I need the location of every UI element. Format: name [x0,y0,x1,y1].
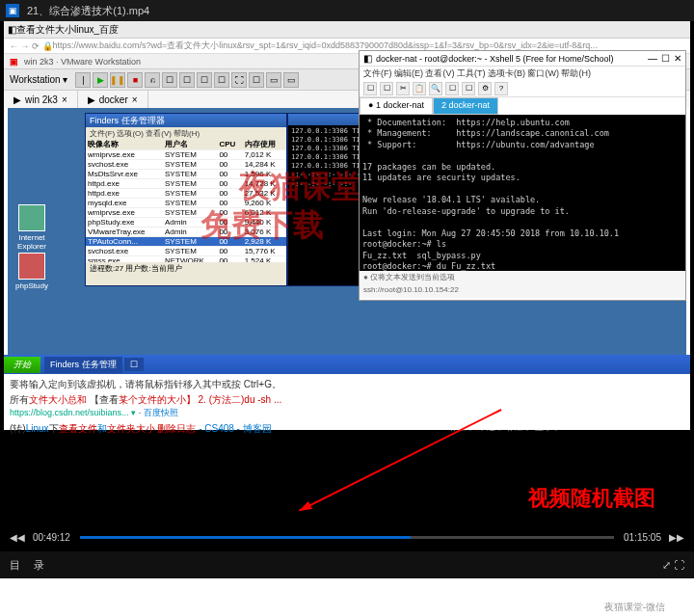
tab-docker[interactable]: ▶ docker × [78,91,148,108]
tb-btn[interactable]: ☐ [363,82,377,95]
vm-play-button[interactable]: ▶ [93,72,108,88]
process-table: 映像名称用户名CPU内存使用wmiprvse.exeSYSTEM007,012 … [86,139,286,262]
guest-taskbar[interactable]: 开始 Finders 任务管理 ☐ [4,355,690,374]
xshell-title: docker-nat - root@docker:~ - Xshell 5 (F… [376,54,644,64]
time-total: 01:15:05 [624,532,661,543]
vmware-logo-icon: ▣ [10,57,18,67]
tb-btn[interactable]: 📋 [413,82,426,95]
progress-bar[interactable] [80,536,614,539]
desktop-icon-ie[interactable]: Internet Explorer [13,204,50,251]
taskbar-item[interactable]: Finders 任务管理 [44,357,122,373]
start-button[interactable]: 开始 [4,357,40,373]
taskmgr-list[interactable]: 映像名称用户名CPU内存使用wmiprvse.exeSYSTEM007,012 … [86,139,286,262]
page-bottom-text: 要将输入定向到该虚拟机，请将鼠标指针移入其中或按 Ctrl+G。 所有文件大小总… [4,374,690,430]
vm-label: win 2k3 · [24,57,59,67]
search-result-link[interactable]: (转)Linux下查看文件和文件夹大小 删除日志 - CS408 - 博客园 [10,422,684,436]
tb-btn[interactable]: ✂ [396,82,410,95]
taskmgr-menu[interactable]: 文件(F) 选项(O) 查看(V) 帮助(H) [86,127,286,139]
result-url[interactable]: https://blog.csdn.net/suibians... ▾ - 百度… [10,407,684,419]
vm-btn[interactable]: ☐ [249,72,264,88]
catalog-button[interactable]: 录 [34,558,44,573]
vm-pause-button[interactable]: ❚❚ [110,72,125,88]
tb-btn[interactable]: 🔍 [429,82,442,95]
player-titlebar: ▣ 21、综合渗透技术(1).mp4 [0,0,694,21]
player-bottom-bar: 目 录 ⤢ ⛶ [0,551,694,578]
progress-fill [80,536,412,539]
vm-btn[interactable]: ▭ [266,72,281,88]
vm-stop-button[interactable]: ■ [127,72,143,88]
next-button[interactable]: ▶▶ [669,532,684,543]
xshell-tab-1[interactable]: ● 1 docker-nat [360,97,433,115]
vm-product: VMware Workstation [61,57,141,67]
vm-btn[interactable]: ☐ [197,72,212,88]
time-current: 00:49:12 [33,532,70,543]
search-snippet: 所有文件大小总和 【查看某个文件的大小】 2. (方法二)du -sh ... [10,393,684,407]
tab-label: docker [99,94,128,105]
taskmgr-status: 进程数:27 用户数:当前用户 [86,262,286,274]
taskmgr-title: Finders 任务管理器 [86,114,286,127]
icon-label: Internet Explorer [17,233,46,251]
desktop-icon-phpstudy[interactable]: phpStudy [13,253,50,290]
catalog-button[interactable]: 目 [10,558,20,573]
tab-win2k3[interactable]: ▶ win 2k3 × [4,91,78,108]
vm-btn[interactable]: ⛶ [231,72,247,88]
vm-btn[interactable]: ☐ [162,72,177,88]
tb-btn[interactable]: ☐ [445,82,459,95]
workstation-menu[interactable]: Workstation ▾ [10,74,67,85]
vm-sep: | [75,72,91,88]
xshell-terminal[interactable]: * Documentation: https://help.ubuntu.com… [360,115,685,271]
vm-btn[interactable]: ⎌ [145,72,160,88]
vm-hint: 要将输入定向到该虚拟机，请将鼠标指针移入其中或按 Ctrl+G。 [10,378,684,391]
vm-btn[interactable]: ▭ [283,72,299,88]
ie-icon [18,204,45,231]
close-icon[interactable]: ✕ [674,53,681,64]
xshell-tabs: ● 1 docker-nat 2 docker-nat [360,97,685,115]
player-app-icon: ▣ [6,4,19,17]
video-player: ▣ 21、综合渗透技术(1).mp4 ◧ 查看文件大小linux_百度 ← → … [0,0,694,578]
xshell-hint: 仅将文本发送到当前选项 [370,273,455,281]
vm-btn[interactable]: ☐ [179,72,195,88]
player-controls: ◀◀ 00:49:12 01:15:05 ▶▶ [0,524,694,549]
xshell-status: ssh://root@10.10.10.154:22 [360,284,685,298]
xshell-footer: ● 仅将文本发送到当前选项 [360,271,685,284]
vm-btn[interactable]: ☐ [214,72,229,88]
player-icons[interactable]: ⤢ ⛶ [662,559,684,572]
task-manager-window[interactable]: Finders 任务管理器 文件(F) 选项(O) 查看(V) 帮助(H) 映像… [85,113,287,286]
browser-tab-label: 查看文件大小linux_百度 [16,23,119,37]
xshell-tab-2[interactable]: 2 docker-nat [433,97,498,115]
xshell-menu[interactable]: 文件(F) 编辑(E) 查看(V) 工具(T) 选项卡(B) 窗口(W) 帮助(… [360,67,685,80]
taskbar-item[interactable]: ☐ [124,358,144,371]
annotation-caption: 视频随机截图 [528,484,655,513]
max-icon[interactable]: ☐ [661,53,670,64]
tb-btn[interactable]: ☐ [462,82,475,95]
xshell-window[interactable]: ◧ docker-nat - root@docker:~ - Xshell 5 … [359,50,686,301]
tb-btn[interactable]: ☐ [380,82,393,95]
player-title: 21、综合渗透技术(1).mp4 [27,4,149,18]
phpstudy-icon [18,253,45,280]
icon-label: phpStudy [15,281,48,290]
tab-label: win 2k3 [25,94,58,105]
xshell-titlebar: ◧ docker-nat - root@docker:~ - Xshell 5 … [360,51,685,67]
min-icon[interactable]: — [648,53,657,64]
prev-button[interactable]: ◀◀ [10,532,25,543]
page-footer: 夜猫课堂-微信 [0,599,694,616]
browser-tab[interactable]: ◧ 查看文件大小linux_百度 [4,21,690,39]
svg-marker-1 [299,501,312,511]
tb-btn[interactable]: ⚙ [478,82,492,95]
tb-btn[interactable]: ? [494,82,508,95]
xshell-toolbar: ☐☐✂📋🔍☐☐⚙? [360,80,685,97]
